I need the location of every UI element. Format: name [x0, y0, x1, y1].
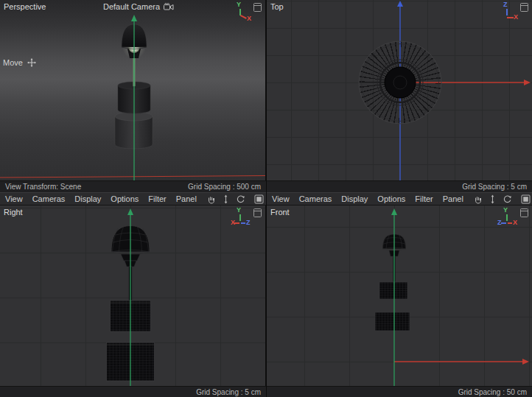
viewport-top[interactable]: Top Z X — [267, 0, 532, 180]
active-tool-label: Move — [3, 58, 36, 67]
axis-x-label: X — [514, 14, 518, 21]
statusbar-right: Grid Spacing : 5 cm — [0, 386, 266, 397]
axis-z-line — [501, 222, 506, 224]
viewport-label-perspective: Perspective — [4, 2, 46, 11]
viewport-nav-icons — [206, 194, 264, 204]
grid-spacing-perspective: Grid Spacing : 500 cm — [188, 183, 261, 191]
axis-x-line — [508, 222, 512, 224]
menu-cameras[interactable]: Cameras — [32, 194, 66, 203]
menubar-right: View Cameras Display Options Filter Pane… — [267, 192, 532, 205]
perspective-scene — [0, 0, 266, 180]
maximize-viewport-icon[interactable] — [254, 194, 264, 204]
viewport-perspective[interactable]: Perspective Default Camera Move Y — [0, 0, 266, 180]
axis-y-label: Y — [237, 1, 241, 8]
menu-filter[interactable]: Filter — [148, 194, 166, 203]
maximize-viewport-icon[interactable] — [521, 194, 531, 204]
pan-hand-icon[interactable] — [473, 194, 483, 204]
viewport-front[interactable]: Front Y Z X — [267, 205, 532, 386]
axis-x-line — [507, 17, 514, 18]
statusbar-front: Grid Spacing : 50 cm — [267, 386, 532, 397]
viewport-label-top: Top — [270, 2, 284, 11]
axis-z-label: Z — [503, 1, 508, 8]
axis-x-line — [240, 15, 247, 18]
statusbar-perspective: View Transform: Scene Grid Spacing : 500… — [0, 180, 266, 192]
menubar-left: View Cameras Display Options Filter Pane… — [0, 192, 266, 205]
viewport-nav-icons — [473, 194, 531, 204]
axis-y-label: Y — [503, 207, 508, 214]
axis-x-label: X — [247, 15, 251, 22]
axis-x-line — [234, 222, 239, 224]
menu-display[interactable]: Display — [341, 194, 368, 203]
camera-icon — [164, 3, 174, 11]
axis-gizmo-perspective: Y X — [231, 1, 251, 24]
front-scene — [267, 205, 532, 386]
zoom-icon[interactable] — [488, 194, 497, 204]
top-scene — [267, 0, 532, 180]
viewport-toggle-icon[interactable] — [520, 208, 528, 217]
axis-gizmo-right: Y X Z — [231, 207, 251, 229]
rotate-icon[interactable] — [236, 194, 245, 204]
menu-cameras[interactable]: Cameras — [299, 194, 332, 203]
axis-y-line — [239, 214, 241, 221]
move-tool-icon — [27, 58, 36, 67]
grid-spacing-top: Grid Spacing : 5 cm — [462, 183, 527, 191]
menu-panel[interactable]: Panel — [176, 194, 197, 203]
pan-hand-icon[interactable] — [206, 194, 216, 204]
viewport-right[interactable]: Right Y X Z — [0, 205, 266, 386]
rotate-icon[interactable] — [503, 194, 512, 204]
viewport-toggle-icon[interactable] — [253, 3, 262, 12]
menu-display[interactable]: Display — [74, 194, 101, 203]
app-window: Perspective Default Camera Move Y — [0, 0, 532, 397]
viewport-toggle-icon[interactable] — [520, 3, 528, 12]
view-transform-status: View Transform: Scene — [5, 183, 81, 191]
menu-options[interactable]: Options — [111, 194, 139, 203]
zoom-icon[interactable] — [221, 194, 231, 204]
axis-z-label: Z — [246, 219, 251, 226]
camera-label[interactable]: Default Camera — [103, 2, 174, 11]
menu-panel[interactable]: Panel — [443, 194, 463, 203]
axis-x-label: X — [513, 219, 517, 226]
axis-z-line — [506, 9, 508, 15]
axis-z-line — [241, 222, 245, 224]
menu-view[interactable]: View — [272, 194, 290, 203]
viewport-toggle-icon[interactable] — [253, 208, 262, 217]
menu-filter[interactable]: Filter — [415, 194, 433, 203]
viewport-label-front: Front — [270, 208, 290, 217]
axis-gizmo-top: Z X — [497, 1, 518, 24]
grid-spacing-front: Grid Spacing : 50 cm — [458, 388, 527, 396]
statusbar-top: Grid Spacing : 5 cm — [267, 180, 532, 192]
viewport-splitter[interactable] — [266, 0, 267, 397]
axis-gizmo-front: Y Z X — [497, 207, 518, 229]
viewport-label-right: Right — [4, 208, 23, 217]
menu-options[interactable]: Options — [377, 194, 405, 203]
right-scene — [0, 205, 266, 386]
active-tool-name: Move — [3, 58, 23, 67]
camera-label-text: Default Camera — [103, 2, 160, 11]
axis-y-label: Y — [237, 207, 241, 214]
axis-y-line — [506, 214, 508, 221]
grid-spacing-right: Grid Spacing : 5 cm — [196, 388, 261, 396]
menu-view[interactable]: View — [5, 194, 23, 203]
